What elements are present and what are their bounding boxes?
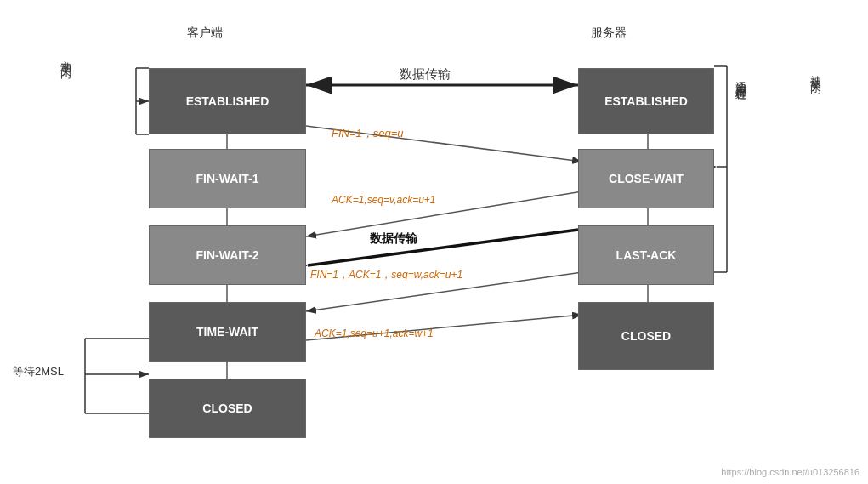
client-time-wait: TIME-WAIT: [149, 302, 306, 362]
msg5-label: ACK=1,seq=u+1,ack=w+1: [315, 327, 434, 339]
msg4-label: FIN=1，ACK=1，seq=w,ack=u+1: [310, 268, 462, 282]
client-fin-wait-2: FIN-WAIT-2: [149, 225, 306, 285]
client-fin-wait-1: FIN-WAIT-1: [149, 149, 306, 208]
server-established: ESTABLISHED: [578, 68, 714, 134]
server-close-wait: CLOSE-WAIT: [578, 149, 714, 208]
server-last-ack: LAST-ACK: [578, 225, 714, 285]
server-closed: CLOSED: [578, 302, 714, 370]
client-established: ESTABLISHED: [149, 68, 306, 134]
client-label: 客户端: [187, 26, 223, 41]
watermark: https://blog.csdn.net/u013256816: [721, 467, 859, 477]
msg1-label: FIN=1，seq=u: [332, 126, 404, 141]
data-transfer-top-label: 数据传输: [400, 66, 451, 83]
msg2-label: ACK=1,seq=v,ack=u+1: [332, 194, 436, 206]
diagram-container: 客户端 服务器 数据传输 ESTABLISHED FIN-WAIT-1 FIN-…: [0, 0, 868, 484]
passive-close-label: 被动关闭: [808, 66, 823, 160]
server-label: 服务器: [591, 26, 627, 41]
active-close-label: 主动关闭: [58, 51, 73, 145]
client-closed: CLOSED: [149, 379, 306, 438]
wait-2msl-label: 等待2MSL: [13, 364, 64, 379]
notify-app-label: 通知应用进程: [733, 72, 748, 225]
msg3-label: 数据传输: [370, 231, 417, 247]
svg-line-8: [308, 230, 578, 265]
